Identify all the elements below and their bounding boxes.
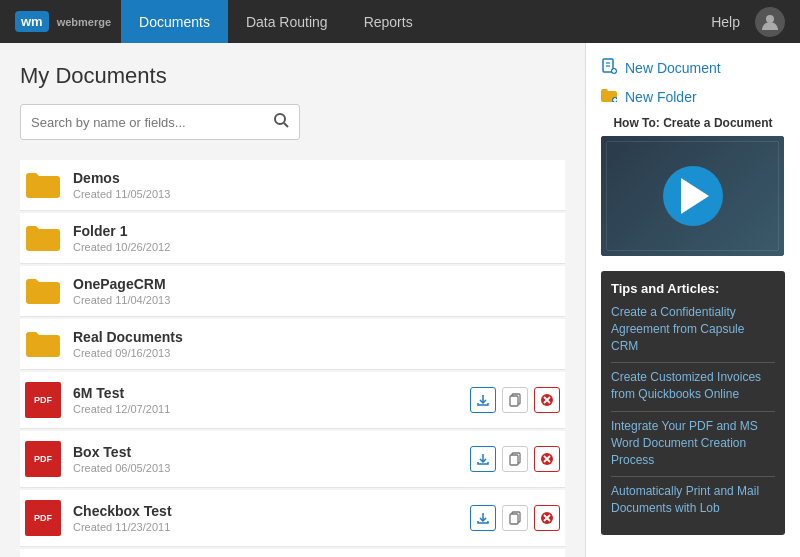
tip-link[interactable]: Create a Confidentiality Agreement from … bbox=[611, 304, 775, 354]
doc-date: Created 11/23/2011 bbox=[73, 521, 470, 533]
folder-info: Real Documents Created 09/16/2013 bbox=[73, 329, 560, 359]
folder-icon bbox=[25, 330, 61, 358]
doc-name: Checkbox Test bbox=[73, 503, 470, 519]
folders-list: Demos Created 11/05/2013 Folder 1 Create… bbox=[20, 160, 565, 370]
svg-rect-11 bbox=[510, 455, 518, 465]
folder-info: Folder 1 Created 10/26/2012 bbox=[73, 223, 560, 253]
svg-rect-17 bbox=[510, 514, 518, 524]
document-item[interactable]: PDF Class Action Capital Created 07/16/2… bbox=[20, 549, 565, 557]
document-item[interactable]: PDF Checkbox Test Created 11/23/2011 bbox=[20, 490, 565, 547]
doc-action-download[interactable] bbox=[470, 446, 496, 472]
document-item[interactable]: PDF 6M Test Created 12/07/2011 bbox=[20, 372, 565, 429]
tips-list: Create a Confidentiality Agreement from … bbox=[611, 304, 775, 517]
documents-list: PDF 6M Test Created 12/07/2011 bbox=[20, 372, 565, 557]
new-document-action[interactable]: New Document bbox=[601, 58, 785, 78]
doc-action-delete[interactable] bbox=[534, 505, 560, 531]
user-avatar[interactable] bbox=[755, 7, 785, 37]
folder-date: Created 11/04/2013 bbox=[73, 294, 560, 306]
folder-item[interactable]: OnePageCRM Created 11/04/2013 bbox=[20, 266, 565, 317]
doc-name: 6M Test bbox=[73, 385, 470, 401]
new-document-icon bbox=[601, 58, 617, 78]
new-folder-label: New Folder bbox=[625, 89, 697, 105]
doc-info: 6M Test Created 12/07/2011 bbox=[73, 385, 470, 415]
doc-action-delete[interactable] bbox=[534, 387, 560, 413]
doc-actions bbox=[470, 387, 560, 413]
folder-info: Demos Created 11/05/2013 bbox=[73, 170, 560, 200]
folder-item[interactable]: Folder 1 Created 10/26/2012 bbox=[20, 213, 565, 264]
nav: Documents Data Routing Reports bbox=[121, 0, 431, 43]
doc-action-download[interactable] bbox=[470, 387, 496, 413]
doc-action-copy[interactable] bbox=[502, 446, 528, 472]
page-title: My Documents bbox=[20, 63, 565, 89]
video-label: How To: Create a Document bbox=[601, 116, 785, 130]
new-folder-action[interactable]: New Folder bbox=[601, 88, 785, 106]
folder-item[interactable]: Demos Created 11/05/2013 bbox=[20, 160, 565, 211]
nav-reports[interactable]: Reports bbox=[346, 0, 431, 43]
folder-icon bbox=[25, 277, 61, 305]
tips-section: Tips and Articles: Create a Confidential… bbox=[601, 271, 785, 535]
folder-icon bbox=[25, 224, 61, 252]
tip-link[interactable]: Integrate Your PDF and MS Word Document … bbox=[611, 418, 775, 468]
folder-name: OnePageCRM bbox=[73, 276, 560, 292]
video-thumbnail[interactable] bbox=[601, 136, 784, 256]
doc-actions bbox=[470, 505, 560, 531]
folder-date: Created 09/16/2013 bbox=[73, 347, 560, 359]
folder-name: Real Documents bbox=[73, 329, 560, 345]
doc-actions bbox=[470, 446, 560, 472]
svg-point-1 bbox=[275, 114, 285, 124]
left-panel: My Documents Demos Created 11/05/2013 bbox=[0, 43, 585, 557]
header-right: Help bbox=[711, 7, 785, 37]
help-link[interactable]: Help bbox=[711, 14, 740, 30]
doc-action-delete[interactable] bbox=[534, 446, 560, 472]
folder-name: Demos bbox=[73, 170, 560, 186]
pdf-icon: PDF bbox=[25, 441, 61, 477]
doc-info: Box Test Created 06/05/2013 bbox=[73, 444, 470, 474]
main-container: My Documents Demos Created 11/05/2013 bbox=[0, 43, 800, 557]
folder-item[interactable]: Real Documents Created 09/16/2013 bbox=[20, 319, 565, 370]
doc-info: Checkbox Test Created 11/23/2011 bbox=[73, 503, 470, 533]
new-folder-icon bbox=[601, 88, 617, 106]
tip-divider bbox=[611, 476, 775, 477]
search-input[interactable] bbox=[21, 108, 263, 137]
pdf-icon: PDF bbox=[25, 382, 61, 418]
svg-line-2 bbox=[284, 123, 288, 127]
tips-title: Tips and Articles: bbox=[611, 281, 775, 296]
logo: wm webmerge bbox=[15, 11, 111, 32]
logo-icon: wm bbox=[15, 11, 49, 32]
video-play-button[interactable] bbox=[663, 166, 723, 226]
tip-divider bbox=[611, 411, 775, 412]
folder-date: Created 10/26/2012 bbox=[73, 241, 560, 253]
svg-point-0 bbox=[766, 15, 774, 23]
tip-link[interactable]: Automatically Print and Mail Documents w… bbox=[611, 483, 775, 517]
right-panel: New Document New Folder How To: Create a… bbox=[585, 43, 800, 557]
tip-divider bbox=[611, 362, 775, 363]
search-bar bbox=[20, 104, 300, 140]
doc-date: Created 06/05/2013 bbox=[73, 462, 470, 474]
video-section: How To: Create a Document bbox=[601, 116, 785, 256]
doc-date: Created 12/07/2011 bbox=[73, 403, 470, 415]
doc-action-download[interactable] bbox=[470, 505, 496, 531]
doc-action-copy[interactable] bbox=[502, 387, 528, 413]
play-triangle-icon bbox=[681, 178, 709, 214]
folder-info: OnePageCRM Created 11/04/2013 bbox=[73, 276, 560, 306]
nav-data-routing[interactable]: Data Routing bbox=[228, 0, 346, 43]
folder-date: Created 11/05/2013 bbox=[73, 188, 560, 200]
document-item[interactable]: PDF Box Test Created 06/05/2013 bbox=[20, 431, 565, 488]
doc-action-copy[interactable] bbox=[502, 505, 528, 531]
pdf-icon: PDF bbox=[25, 500, 61, 536]
logo-subtext: webmerge bbox=[57, 16, 111, 28]
nav-documents[interactable]: Documents bbox=[121, 0, 228, 43]
header: wm webmerge Documents Data Routing Repor… bbox=[0, 0, 800, 43]
tip-link[interactable]: Create Customized Invoices from Quickboo… bbox=[611, 369, 775, 403]
search-button[interactable] bbox=[263, 105, 299, 139]
svg-rect-5 bbox=[510, 396, 518, 406]
folder-icon bbox=[25, 171, 61, 199]
new-document-label: New Document bbox=[625, 60, 721, 76]
doc-name: Box Test bbox=[73, 444, 470, 460]
folder-name: Folder 1 bbox=[73, 223, 560, 239]
